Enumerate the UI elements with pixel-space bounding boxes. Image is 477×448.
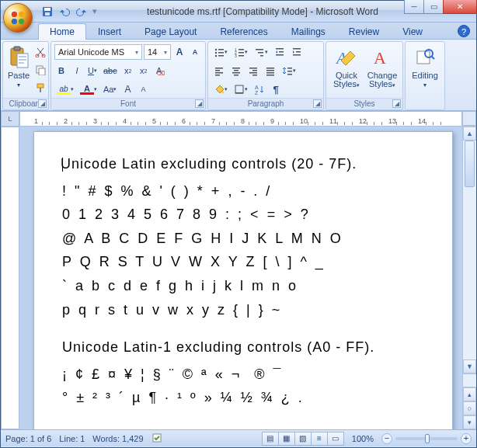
zoom-thumb[interactable] <box>425 434 430 443</box>
prev-page-button[interactable]: ▴ <box>463 387 476 401</box>
shrink-font-button[interactable]: A <box>188 43 202 61</box>
tab-insert[interactable]: Insert <box>86 23 133 40</box>
indent-icon <box>291 47 302 57</box>
editing-button[interactable]: Editing▾ <box>409 43 441 98</box>
sort-button[interactable]: AZ <box>252 81 267 98</box>
status-words[interactable]: Words: 1,429 <box>92 434 143 443</box>
multilevel-button[interactable]: ▾ <box>252 43 270 61</box>
change-case-button[interactable]: Aa▾ <box>101 81 119 98</box>
svg-rect-37 <box>215 68 223 69</box>
ruler-mark: 12 <box>359 114 367 125</box>
save-icon[interactable] <box>41 5 54 18</box>
grow-font-button[interactable]: A <box>172 43 186 61</box>
align-right-button[interactable] <box>245 62 261 79</box>
strikethrough-button[interactable]: abc <box>101 62 120 79</box>
scroll-track[interactable] <box>463 141 476 359</box>
tab-home[interactable]: Home <box>38 23 86 40</box>
vertical-scrollbar[interactable]: ▲ ▼ ▴ ○ ▾ <box>462 127 476 429</box>
svg-rect-50 <box>266 70 274 71</box>
tab-selector[interactable]: L <box>1 111 19 127</box>
align-center-button[interactable] <box>228 62 244 79</box>
select-browse-button[interactable]: ○ <box>463 401 476 415</box>
change-styles-button[interactable]: A Change Styles▾ <box>365 43 399 98</box>
minimize-button[interactable]: ─ <box>404 0 424 14</box>
close-button[interactable]: ✕ <box>443 0 477 14</box>
show-marks-button[interactable]: ¶ <box>269 81 283 98</box>
tab-review[interactable]: Review <box>337 23 391 40</box>
cut-button[interactable] <box>33 43 48 61</box>
shrink-font2-button[interactable]: A <box>136 81 150 98</box>
zoom-out-button[interactable]: − <box>381 433 392 444</box>
font-color-button[interactable]: A▾ <box>78 81 99 98</box>
borders-button[interactable]: ▾ <box>232 81 250 98</box>
outline-view[interactable]: ≡ <box>311 432 328 446</box>
numbering-button[interactable]: 123▾ <box>232 43 250 61</box>
svg-point-16 <box>215 49 217 50</box>
spellcheck-icon[interactable] <box>151 432 164 445</box>
clear-formatting-button[interactable]: A⌫ <box>152 62 166 79</box>
redo-icon[interactable] <box>75 5 88 18</box>
quick-styles-icon: A <box>334 45 359 70</box>
zoom-percent[interactable]: 100% <box>352 434 374 443</box>
justify-button[interactable] <box>263 62 278 79</box>
status-line[interactable]: Line: 1 <box>59 434 85 443</box>
svg-point-20 <box>215 55 217 57</box>
next-page-button[interactable]: ▾ <box>463 415 476 429</box>
tab-page-layout[interactable]: Page Layout <box>133 23 208 40</box>
paste-button[interactable]: Paste▾ <box>6 43 31 98</box>
copy-button[interactable] <box>33 61 48 78</box>
paragraph-launcher[interactable]: ◢ <box>313 99 322 108</box>
increase-indent-button[interactable] <box>289 43 305 61</box>
tab-references[interactable]: References <box>208 23 279 40</box>
horizontal-ruler[interactable]: 1234567891011121314 <box>19 111 462 127</box>
zoom-slider[interactable]: − + <box>381 433 472 444</box>
status-page[interactable]: Page: 1 of 6 <box>5 434 51 443</box>
bold-button[interactable]: B <box>54 62 68 79</box>
font-size-combo[interactable]: 14▾ <box>144 44 171 60</box>
zoom-in-button[interactable]: + <box>461 433 472 444</box>
ruler-mark: 5 <box>152 114 156 125</box>
scroll-down-button[interactable]: ▼ <box>463 359 476 373</box>
font-name-combo[interactable]: Arial Unicode MS▾ <box>54 44 142 60</box>
web-layout-view[interactable]: ▧ <box>294 432 312 446</box>
page-viewport[interactable]: Unicode Latin excluding controls (20 - 7… <box>19 127 462 429</box>
svg-point-2 <box>12 19 17 24</box>
clipboard-launcher[interactable]: ◢ <box>38 99 47 108</box>
undo-icon[interactable] <box>58 5 71 18</box>
svg-rect-28 <box>256 49 263 50</box>
print-layout-view[interactable]: ▤ <box>262 432 279 446</box>
draft-view[interactable]: ▭ <box>327 432 344 446</box>
styles-launcher[interactable]: ◢ <box>392 99 401 108</box>
tab-mailings[interactable]: Mailings <box>280 23 337 40</box>
document-page[interactable]: Unicode Latin excluding controls (20 - 7… <box>33 131 453 429</box>
full-screen-view[interactable]: ▦ <box>278 432 295 446</box>
underline-button[interactable]: U▾ <box>85 62 99 79</box>
grow-font2-button[interactable]: A <box>120 81 134 98</box>
office-button[interactable] <box>3 3 33 33</box>
help-button[interactable]: ? <box>458 25 470 37</box>
find-icon <box>413 45 437 70</box>
align-left-button[interactable] <box>211 62 227 79</box>
svg-rect-21 <box>218 55 224 57</box>
italic-button[interactable]: I <box>70 62 84 79</box>
format-painter-button[interactable] <box>33 79 48 96</box>
superscript-button[interactable]: x2 <box>137 62 151 79</box>
highlight-button[interactable]: ab▾ <box>54 81 76 98</box>
numbering-icon: 123 <box>234 47 245 57</box>
font-launcher[interactable]: ◢ <box>195 99 204 108</box>
bullets-button[interactable]: ▾ <box>211 43 230 61</box>
svg-rect-45 <box>249 68 257 69</box>
shading-button[interactable]: ▾ <box>211 81 230 98</box>
quick-styles-button[interactable]: A Quick Styles▾ <box>329 43 364 98</box>
subscript-button[interactable]: x2 <box>121 62 135 79</box>
quick-styles-label: Quick Styles <box>333 71 357 89</box>
zoom-track[interactable] <box>395 437 458 440</box>
line-spacing-button[interactable]: ▾ <box>280 62 298 79</box>
tab-view[interactable]: View <box>391 23 434 40</box>
scroll-thumb[interactable] <box>465 141 475 187</box>
vertical-ruler[interactable] <box>1 127 19 429</box>
bucket-icon <box>214 84 225 95</box>
decrease-indent-button[interactable] <box>272 43 287 61</box>
maximize-button[interactable]: ▭ <box>423 0 444 14</box>
scroll-up-button[interactable]: ▲ <box>463 127 476 141</box>
